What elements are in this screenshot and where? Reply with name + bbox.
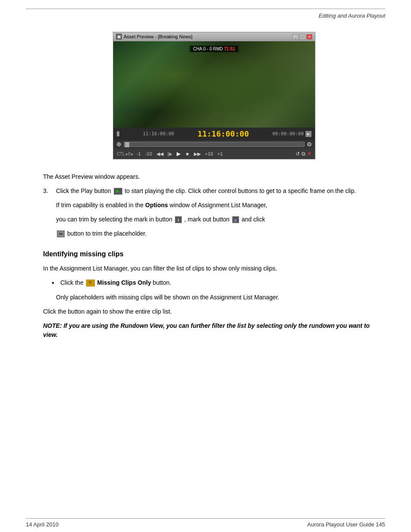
scrubber-dot [117,142,121,146]
footer-date: 14 April 2010 [26,521,59,528]
scrubber-track[interactable] [124,142,305,147]
score-text: CHA 0 - 0 RMD 71:51 [193,47,235,51]
header-title: Editing and Aurora Playout [319,12,385,19]
step-3-content: Click the Play button to start playing t… [56,187,385,196]
trim-paragraph: If trim capability is enabled in the Opt… [56,201,385,210]
trim-para6: button to trim the placeholder. [67,230,146,237]
timecode-bar: ▓ 11:16:00:00 11:16:00:00 00:00:00:00 ▶ [113,128,315,140]
video-scorebar: CHA 0 - 0 RMD 71:51 [190,46,238,52]
stop-btn[interactable]: ■ [184,151,191,157]
footer-right: Aurora Playout User Guide 145 [307,521,385,528]
page-container: Editing and Aurora Playout ▣ Asset Previ… [0,9,411,532]
filter-icon [86,280,95,286]
main-content: ▣ Asset Preview - [Breaking News] _ □ ✕ … [0,19,411,357]
bullet-content: Click the Missing Clips Only button. [60,278,385,288]
click-again-text: Click the button again to show the entir… [43,307,385,316]
step-3-number: 3. [43,187,56,196]
bullet-followup: Only placeholders with missing clips wil… [56,293,385,302]
bullet-after: button. [153,279,171,286]
bullet-before: Click the [60,279,84,286]
maximize-button[interactable]: □ [299,34,305,40]
trim-scissors-icon [57,230,65,237]
back1-btn[interactable]: -1 [135,151,142,157]
scrubber-bar [113,140,315,149]
section-intro: In the Assignment List Manager, you can … [43,264,385,273]
bullet-bold: Missing Clips Only [97,279,151,286]
window-titlebar-left: ▣ Asset Preview - [Breaking News] [116,34,193,40]
trim-para1: If trim capability is enabled in the [56,202,143,208]
scrubber-handle[interactable] [125,142,129,147]
fast-forward-btn[interactable]: ▶▶ [193,151,202,157]
trim-paragraph-2: you can trim by selecting the mark in bu… [56,215,385,224]
timecode-right-value: 00:00:00:00 [272,131,304,137]
page-footer: 14 April 2010 Aurora Playout User Guide … [26,518,385,528]
fwd1-btn[interactable]: +1 [216,151,224,157]
window-app-icon: ▣ [116,34,122,40]
play-from-in-btn[interactable]: [▶ [166,151,174,157]
ctl-label: CTL ▸0◂ [117,152,133,156]
trim-para3: you can trim by selecting the mark in bu… [56,216,172,223]
mark-in-icon: I [175,216,182,223]
play-btn[interactable]: ▶ [175,150,182,157]
trim-options-bold: Options [145,202,168,208]
mark-in-icon-tc: ▓ [117,131,119,136]
timecode-left: 11:16:00:00 [143,131,174,137]
ctrl-right-group: ↺ ⧉ ✕ [296,151,311,157]
rewind-btn[interactable]: ◀◀ [155,151,165,157]
trim-para2: window of Assignment List Manager, [170,202,267,208]
note-text: NOTE: If you are using the Rundown View,… [43,321,385,339]
scissors-icon[interactable]: ✕ [307,151,311,157]
video-overlay [113,41,315,128]
fwd10-btn[interactable]: +10 [204,151,215,157]
step-3: 3. Click the Play button to start playin… [43,187,385,196]
trim-para5: and click [242,216,265,223]
timecode-right: 00:00:00:00 ▶ [272,131,311,137]
window-title: Asset Preview - [Breaking News] [124,34,193,39]
page-header: Editing and Aurora Playout [0,9,411,19]
scrubber-end [307,142,311,146]
window-titlebar: ▣ Asset Preview - [Breaking News] _ □ ✕ [113,32,315,41]
play-button-inline-icon [114,188,122,195]
close-button[interactable]: ✕ [306,34,312,40]
step3-before: Click the Play button [56,187,111,194]
timecode-center: 11:16:00:00 [198,129,249,138]
trim-paragraph-3: button to trim the placeholder. [56,229,385,238]
trim-para4: , mark out button [184,216,230,223]
controls-bar: CTL ▸0◂ -1 -10 ◀◀ [▶ ▶ ■ ▶▶ +10 +1 ↺ ⧉ ✕ [113,149,315,159]
step3-after: to start playing the clip. Click other c… [125,187,356,194]
mark-out-icon: p [232,216,239,223]
minimize-button[interactable]: _ [293,34,299,40]
bullet-item-missing-clips: • Click the Missing Clips Only button. [52,278,385,288]
rotate-icon[interactable]: ↺ [296,151,300,157]
copy-icon[interactable]: ⧉ [302,151,305,157]
section-heading: Identifying missing clips [43,250,385,258]
bullet-followup-text: Only placeholders with missing clips wil… [56,294,279,301]
mark-out-tc-btn[interactable]: ▶ [305,131,311,137]
video-area: CHA 0 - 0 RMD 71:51 [113,41,315,128]
asset-preview-window: ▣ Asset Preview - [Breaking News] _ □ ✕ … [113,32,315,159]
score-time: 71:51 [224,47,235,51]
bullet-dot: • [52,278,60,288]
intro-text: The Asset Preview window appears. [43,172,385,181]
back10-btn[interactable]: -10 [144,151,153,157]
window-controls[interactable]: _ □ ✕ [293,34,312,40]
